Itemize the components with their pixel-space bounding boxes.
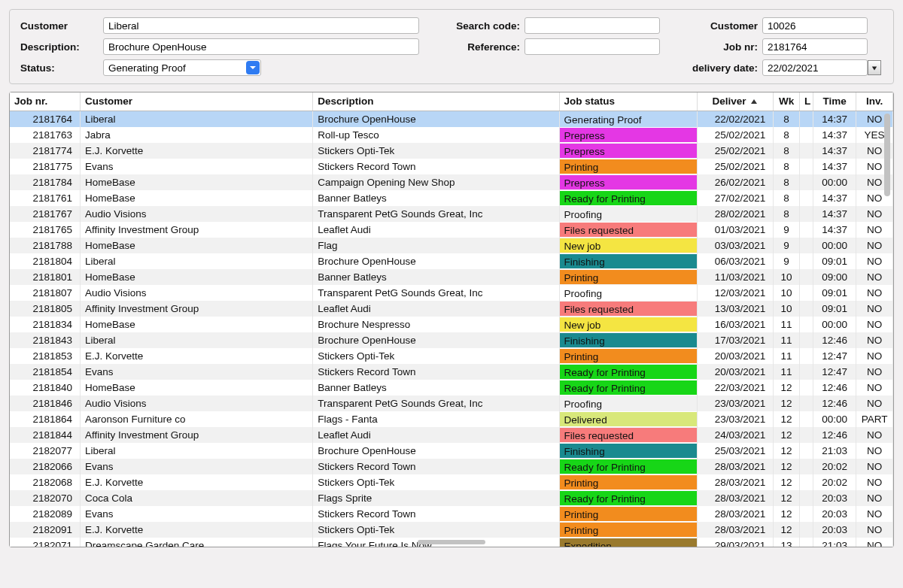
cell-status: Finishing xyxy=(559,332,697,348)
customer-id-input[interactable] xyxy=(762,17,868,34)
table-row[interactable]: 2181807Audio VisionsTransparent PetG Sou… xyxy=(10,285,893,301)
col-description[interactable]: Description xyxy=(313,92,559,111)
col-l[interactable]: L xyxy=(799,92,813,111)
cell-time: 09:01 xyxy=(813,285,856,301)
reference-input[interactable] xyxy=(524,38,660,55)
cell-wk: 12 xyxy=(774,522,800,538)
cell-time: 20:03 xyxy=(813,506,856,522)
status-badge: New job xyxy=(560,238,697,253)
cell-description: Stickers Record Town xyxy=(313,159,559,174)
cell-job-nr: 2181840 xyxy=(10,380,81,396)
table-row[interactable]: 2181854EvansStickers Record TownReady fo… xyxy=(10,364,893,380)
cell-time: 12:46 xyxy=(813,427,856,443)
cell-status: Files requested xyxy=(559,222,697,238)
status-dropdown-button[interactable] xyxy=(246,61,260,74)
cell-customer: Affinity Investment Group xyxy=(81,301,313,317)
table-row[interactable]: 2182070Coca ColaFlags SpriteReady for Pr… xyxy=(10,490,893,506)
table-row[interactable]: 2181775EvansStickers Record TownPrinting… xyxy=(10,159,893,174)
table-row[interactable]: 2181765Affinity Investment GroupLeaflet … xyxy=(10,222,893,238)
cell-wk: 9 xyxy=(774,238,800,253)
table-row[interactable]: 2181763JabraRoll-up TescoPrepress25/02/2… xyxy=(10,127,893,143)
col-time[interactable]: Time xyxy=(813,92,856,111)
cell-description: Roll-up Tesco xyxy=(313,127,559,143)
customer-input[interactable] xyxy=(103,17,419,34)
table-row[interactable]: 2182066EvansStickers Record TownReady fo… xyxy=(10,459,893,474)
cell-deliver: 26/02/2021 xyxy=(697,174,774,190)
cell-deliver: 12/03/2021 xyxy=(697,285,774,301)
cell-l xyxy=(799,317,813,332)
table-row[interactable]: 2181843LiberalBrochure OpenHouseFinishin… xyxy=(10,332,893,348)
table-row[interactable]: 2181761HomeBaseBanner BatleysReady for P… xyxy=(10,190,893,206)
job-nr-input[interactable] xyxy=(762,38,868,55)
cell-customer: Audio Visions xyxy=(81,285,313,301)
table-row[interactable]: 2181834HomeBaseBrochure NespressoNew job… xyxy=(10,317,893,332)
col-wk[interactable]: Wk xyxy=(774,92,800,111)
table-row[interactable]: 2181788HomeBaseFlagNew job03/03/2021900:… xyxy=(10,238,893,253)
cell-customer: HomeBase xyxy=(81,190,313,206)
cell-job-nr: 2182070 xyxy=(10,490,81,506)
cell-l xyxy=(799,253,813,269)
table-row[interactable]: 2181804LiberalBrochure OpenHouseFinishin… xyxy=(10,253,893,269)
cell-deliver: 06/03/2021 xyxy=(697,253,774,269)
cell-wk: 10 xyxy=(774,285,800,301)
status-select[interactable] xyxy=(103,59,261,76)
table-row[interactable]: 2181840HomeBaseBanner BatleysReady for P… xyxy=(10,380,893,396)
table-row[interactable]: 2181784HomeBaseCampaign Opening New Shop… xyxy=(10,174,893,190)
table-row[interactable]: 2181853E.J. KorvetteStickers Opti-TekPri… xyxy=(10,348,893,364)
table-row[interactable]: 2181767Audio VisionsTransparent PetG Sou… xyxy=(10,206,893,222)
cell-status: Ready for Printing xyxy=(559,490,697,506)
col-inv[interactable]: Inv. xyxy=(856,92,893,111)
cell-description: Leaflet Audi xyxy=(313,427,559,443)
cell-status: Printing xyxy=(559,506,697,522)
table-row[interactable]: 2182077LiberalBrochure OpenHouseFinishin… xyxy=(10,443,893,459)
status-badge: Ready for Printing xyxy=(560,365,697,379)
cell-wk: 12 xyxy=(774,506,800,522)
col-customer[interactable]: Customer xyxy=(81,92,313,111)
cell-wk: 10 xyxy=(774,269,800,285)
vertical-scroll-thumb[interactable] xyxy=(884,114,890,196)
horizontal-scroll-thumb[interactable] xyxy=(418,540,485,544)
cell-description: Banner Batleys xyxy=(313,190,559,206)
table-row[interactable]: 2181801HomeBaseBanner BatleysPrinting11/… xyxy=(10,269,893,285)
cell-time: 12:47 xyxy=(813,348,856,364)
cell-job-nr: 2181775 xyxy=(10,159,81,174)
table-row[interactable]: 2181846Audio VisionsTransparent PetG Sou… xyxy=(10,396,893,411)
table-row[interactable]: 2181774E.J. KorvetteStickers Opti-TekPre… xyxy=(10,143,893,159)
cell-deliver: 03/03/2021 xyxy=(697,238,774,253)
status-badge: Generating Proof xyxy=(560,112,697,126)
delivery-date-input[interactable] xyxy=(762,59,868,76)
col-job-status[interactable]: Job status xyxy=(559,92,697,111)
cell-l xyxy=(799,190,813,206)
col-deliver[interactable]: Deliver xyxy=(697,92,774,111)
delivery-date-picker-button[interactable] xyxy=(868,60,881,75)
cell-customer: Liberal xyxy=(81,332,313,348)
cell-status: Proofing xyxy=(559,396,697,411)
cell-description: Brochure OpenHouse xyxy=(313,443,559,459)
cell-wk: 8 xyxy=(774,159,800,174)
cell-wk: 12 xyxy=(774,380,800,396)
table-row[interactable]: 2181805Affinity Investment GroupLeaflet … xyxy=(10,301,893,317)
cell-deliver: 24/03/2021 xyxy=(697,427,774,443)
cell-description: Stickers Opti-Tek xyxy=(313,522,559,538)
table-row[interactable]: 2181764LiberalBrochure OpenHouseGenerati… xyxy=(10,111,893,127)
col-job-nr[interactable]: Job nr. xyxy=(10,92,81,111)
table-row[interactable]: 2182089EvansStickers Record TownPrinting… xyxy=(10,506,893,522)
cell-description: Brochure Nespresso xyxy=(313,317,559,332)
horizontal-scrollbar[interactable] xyxy=(10,540,893,546)
status-badge: Finishing xyxy=(560,444,697,458)
table-row[interactable]: 2182068E.J. KorvetteStickers Opti-TekPri… xyxy=(10,474,893,490)
table-row[interactable]: 2182091E.J. KorvetteStickers Opti-TekPri… xyxy=(10,522,893,538)
vertical-scrollbar[interactable] xyxy=(884,114,892,538)
table-row[interactable]: 2181844Affinity Investment GroupLeaflet … xyxy=(10,427,893,443)
cell-status: Ready for Printing xyxy=(559,459,697,474)
cell-wk: 10 xyxy=(774,301,800,317)
table-row[interactable]: 2181864Aaronson Furniture coFlags - Fant… xyxy=(10,411,893,427)
cell-time: 20:03 xyxy=(813,490,856,506)
description-input[interactable] xyxy=(103,38,419,55)
cell-time: 00:00 xyxy=(813,238,856,253)
cell-time: 20:03 xyxy=(813,522,856,538)
cell-description: Stickers Opti-Tek xyxy=(313,474,559,490)
search-code-input[interactable] xyxy=(524,17,660,34)
cell-time: 21:03 xyxy=(813,443,856,459)
cell-time: 00:00 xyxy=(813,317,856,332)
